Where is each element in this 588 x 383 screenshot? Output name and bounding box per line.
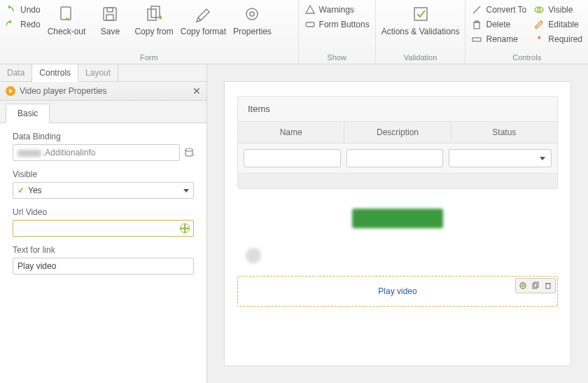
rename-icon <box>471 34 482 45</box>
tab-layout[interactable]: Layout <box>78 64 118 81</box>
warnings-icon <box>304 4 316 15</box>
redo-button[interactable]: Redo <box>4 18 42 32</box>
data-binding-input[interactable]: .Additionalinfo <box>13 144 180 161</box>
widget-copy-icon[interactable] <box>530 280 541 291</box>
name-input[interactable] <box>244 149 341 167</box>
copyfrom-icon <box>144 4 164 24</box>
trash-icon <box>471 19 482 30</box>
svg-point-13 <box>538 8 540 11</box>
group-controls-title: Controls <box>470 52 584 64</box>
required-label: Required <box>548 34 582 44</box>
pencil-icon <box>533 19 545 30</box>
save-icon <box>100 4 120 24</box>
visible-select[interactable]: ✓Yes <box>13 182 194 199</box>
tab-basic[interactable]: Basic <box>6 104 50 123</box>
eye-icon <box>533 4 545 15</box>
copyformat-button[interactable]: Copy format <box>179 1 227 39</box>
tab-data[interactable]: Data <box>0 64 32 81</box>
video-player-widget[interactable]: Play video <box>237 276 558 307</box>
form-canvas[interactable]: Items Name Description Status <box>224 81 571 366</box>
svg-rect-18 <box>533 284 537 288</box>
action-button-placeholder[interactable] <box>352 209 443 228</box>
url-video-input[interactable] <box>13 220 194 237</box>
required-button[interactable]: * Required <box>532 32 584 46</box>
visible-label: Visible <box>548 5 573 15</box>
redo-icon <box>6 19 17 30</box>
canvas-area: Items Name Description Status <box>207 64 588 383</box>
col-status: Status <box>451 122 557 143</box>
col-name: Name <box>238 122 344 143</box>
warnings-label: Warnings <box>319 5 354 15</box>
text-for-link-input[interactable] <box>13 258 194 274</box>
ribbon-group-validation: Actions & Validations Validation <box>376 0 466 64</box>
svg-rect-5 <box>151 6 160 18</box>
items-panel[interactable]: Items Name Description Status <box>237 96 558 189</box>
svg-point-7 <box>250 12 254 16</box>
formbuttons-icon <box>304 19 316 30</box>
convertto-label: Convert To <box>486 5 526 15</box>
group-show-title: Show <box>303 52 371 64</box>
panel-tabs: Data Controls Layout <box>0 64 206 82</box>
warnings-button[interactable]: Warnings <box>303 3 371 17</box>
delete-button[interactable]: Delete <box>470 18 528 32</box>
undo-icon <box>6 4 17 15</box>
undo-button[interactable]: Undo <box>4 3 42 17</box>
wand-icon <box>471 4 482 15</box>
convertto-button[interactable]: Convert To <box>470 3 528 17</box>
placeholder-circle <box>246 248 261 263</box>
field-visible: Visible ✓Yes <box>13 169 194 199</box>
svg-point-17 <box>522 285 524 287</box>
left-panel: Data Controls Layout Video player Proper… <box>0 64 207 383</box>
rename-label: Rename <box>486 34 517 44</box>
property-form: Data Binding .Additionalinfo + Visible ✓… <box>0 123 206 283</box>
svg-rect-19 <box>534 282 538 287</box>
close-icon[interactable]: ✕ <box>192 85 201 97</box>
check-icon: ✓ <box>18 186 24 195</box>
svg-rect-8 <box>306 22 314 27</box>
url-video-label: Url Video <box>13 207 194 217</box>
video-link-text[interactable]: Play video <box>378 286 416 296</box>
checkout-label: Check-out <box>48 27 86 36</box>
visible-button[interactable]: Visible <box>532 3 584 17</box>
visible-field-label: Visible <box>13 169 194 179</box>
checkout-button[interactable]: Check-out <box>46 1 88 39</box>
status-select[interactable] <box>449 149 552 167</box>
svg-rect-20 <box>546 284 550 288</box>
globe-icon <box>180 223 190 233</box>
items-header: Name Description Status <box>238 121 557 144</box>
chevron-down-icon <box>183 189 189 193</box>
copyformat-icon <box>193 4 213 24</box>
svg-rect-10 <box>474 22 479 29</box>
rename-button[interactable]: Rename <box>470 32 528 46</box>
widget-toolbar <box>515 278 556 293</box>
actions-validations-button[interactable]: Actions & Validations <box>380 1 461 39</box>
svg-rect-3 <box>106 15 113 20</box>
ribbon: Undo Redo Check-out Save Copy from <box>0 0 588 64</box>
data-source-icon[interactable]: + <box>184 148 194 158</box>
widget-trash-icon[interactable] <box>542 280 554 291</box>
copyfrom-button[interactable]: Copy from <box>133 1 174 39</box>
save-button[interactable]: Save <box>91 1 129 39</box>
tab-controls[interactable]: Controls <box>32 64 78 82</box>
formbuttons-button[interactable]: Form Buttons <box>303 18 371 32</box>
chevron-down-icon <box>540 157 545 160</box>
properties-header: Video player Properties ✕ <box>0 82 206 101</box>
items-footer <box>238 173 557 188</box>
editable-button[interactable]: Editable <box>532 18 584 32</box>
svg-rect-1 <box>104 8 116 20</box>
check-icon <box>411 4 430 24</box>
ribbon-group-show: Warnings Form Buttons Show <box>299 0 376 64</box>
field-data-binding: Data Binding .Additionalinfo + <box>13 132 194 161</box>
widget-gear-icon[interactable] <box>517 280 528 291</box>
copyformat-label: Copy format <box>181 27 226 36</box>
svg-point-16 <box>520 283 526 288</box>
property-tabs: Basic <box>0 101 206 123</box>
text-for-link-label: Text for link <box>13 245 194 255</box>
save-label: Save <box>101 27 120 36</box>
svg-rect-2 <box>107 8 113 12</box>
description-input[interactable] <box>346 149 444 167</box>
items-input-row <box>238 144 557 173</box>
data-binding-label: Data Binding <box>13 132 194 141</box>
gear-icon <box>242 4 262 24</box>
properties-button[interactable]: Properties <box>232 1 273 39</box>
